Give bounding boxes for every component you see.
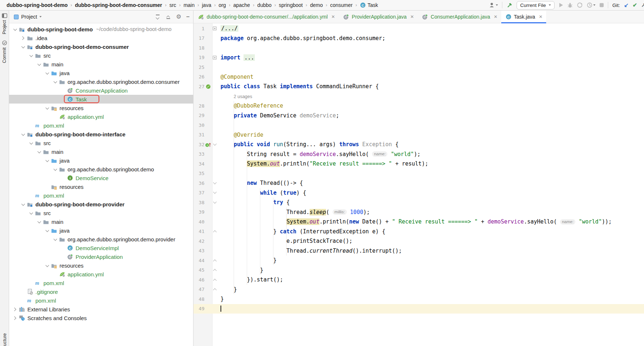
run-icon[interactable] xyxy=(559,3,563,8)
chevron-down-icon[interactable] xyxy=(37,149,42,155)
tool-window-tab-commit[interactable]: Commit xyxy=(2,40,7,63)
chevron-down-icon[interactable] xyxy=(53,166,58,172)
chevron-down-icon[interactable] xyxy=(37,219,42,225)
breadcrumb-item-org[interactable]: org xyxy=(219,2,226,8)
fold-marker-up[interactable] xyxy=(212,278,218,282)
chevron-down-icon[interactable] xyxy=(45,105,50,111)
code-line-35[interactable]: 35 xyxy=(193,169,644,179)
editor-tab-consumerapplication-java[interactable]: CConsumerApplication.java✕ xyxy=(418,11,501,23)
breadcrumb-item-task[interactable]: CTask xyxy=(360,2,378,8)
code-line-49[interactable]: 49 xyxy=(193,304,644,314)
editor-tab-application-yml[interactable]: dubbo-spring-boot-demo-consumer/.../appl… xyxy=(193,11,339,23)
tree-item-main[interactable]: main xyxy=(9,60,193,69)
code-line-1[interactable]: 1/.../ xyxy=(193,24,644,34)
fold-marker-up[interactable] xyxy=(212,229,218,233)
chevron-down-icon[interactable] xyxy=(45,228,50,233)
code-line-32[interactable]: 32I public void run(String... args) thro… xyxy=(193,140,644,149)
fold-marker-down[interactable] xyxy=(212,202,218,203)
tree-item-dubbo-spring-boot-demo-provider[interactable]: dubbo-spring-boot-demo-provider xyxy=(9,200,193,209)
chevron-down-icon[interactable] xyxy=(20,131,26,137)
code-line-47[interactable]: 47 } xyxy=(193,285,644,295)
close-icon[interactable]: ✕ xyxy=(331,14,335,19)
chevron-down-icon[interactable] xyxy=(45,263,50,268)
chevron-down-icon[interactable] xyxy=(37,61,42,67)
code-line-30[interactable]: 30 xyxy=(193,120,644,130)
breadcrumb-item-consumer[interactable]: consumer xyxy=(330,2,352,8)
settings-gear-icon[interactable]: ⚙ xyxy=(176,14,181,20)
tree-item-pom-xml[interactable]: mpom.xml xyxy=(9,279,193,287)
chevron-down-icon[interactable] xyxy=(12,26,18,32)
tree-item-consumerapplication[interactable]: CConsumerApplication xyxy=(9,86,193,95)
fold-marker-up[interactable] xyxy=(212,287,218,291)
code-line-38[interactable]: 38 try { xyxy=(193,198,644,207)
code-line-40[interactable]: 40 System.out.println(new Date() + " Rec… xyxy=(193,217,644,227)
tree-item-java[interactable]: java xyxy=(9,156,193,165)
fold-marker-down[interactable] xyxy=(212,183,218,184)
code-line-46[interactable]: 46 }).start(); xyxy=(193,275,644,285)
breadcrumb-item-apache[interactable]: apache xyxy=(233,2,250,8)
tree-item-dubbo-spring-boot-demo-consumer[interactable]: dubbo-spring-boot-demo-consumer xyxy=(9,42,193,51)
structure-tool-tab[interactable]: ucture xyxy=(2,333,7,346)
breadcrumb-item-main[interactable]: main xyxy=(184,2,195,8)
chevron-down-icon[interactable] xyxy=(28,53,34,58)
chevron-down-icon[interactable] xyxy=(20,44,26,50)
run-with-coverage-icon[interactable] xyxy=(587,2,595,8)
git-update-icon[interactable]: ↙ xyxy=(624,2,629,8)
tree-item-task[interactable]: CTask xyxy=(9,95,193,104)
code-line-44[interactable]: 44 } xyxy=(193,256,644,265)
collapse-all-icon[interactable] xyxy=(165,14,171,20)
chevron-right-icon[interactable] xyxy=(12,315,18,321)
tree-item--gitignore[interactable]: .gitignore xyxy=(9,287,193,296)
tree-item-src[interactable]: src xyxy=(9,139,193,147)
bean-gutter-icon[interactable] xyxy=(204,84,212,89)
fold-marker-plus[interactable] xyxy=(212,56,218,59)
stop-icon[interactable] xyxy=(599,3,604,7)
chevron-down-icon[interactable] xyxy=(53,236,58,242)
tree-item-external-libraries[interactable]: External Libraries xyxy=(9,305,193,314)
close-icon[interactable]: ✕ xyxy=(410,14,414,19)
tree-item-resources[interactable]: resources xyxy=(9,104,193,112)
editor-tab-task-java[interactable]: CTask.java✕ xyxy=(501,11,546,23)
tree-item-src[interactable]: src xyxy=(9,51,193,60)
tree-item-resources[interactable]: resources xyxy=(9,261,193,270)
code-line-18[interactable]: 18 xyxy=(193,43,644,53)
tree-item-resources[interactable]: resources xyxy=(9,182,193,191)
git-push-icon[interactable]: ↗ xyxy=(641,2,644,8)
code-line-37[interactable]: 37 while (true) { xyxy=(193,188,644,198)
override-gutter-icon[interactable]: I xyxy=(204,142,212,147)
expand-all-icon[interactable] xyxy=(155,14,161,20)
close-icon[interactable]: ✕ xyxy=(494,14,497,19)
profiler-icon[interactable] xyxy=(577,2,583,8)
code-line-34[interactable]: 34 System.out.println("Receive result ==… xyxy=(193,159,644,169)
close-icon[interactable]: ✕ xyxy=(539,14,543,19)
tree-item-org-apache-dubbo-springboot-demo-provider[interactable]: org.apache.dubbo.springboot.demo.provide… xyxy=(9,235,193,244)
tree-item-java[interactable]: java xyxy=(9,69,193,77)
code-inlay-row[interactable]: 2 usages xyxy=(193,92,644,101)
tree-item-application-yml[interactable]: application.yml xyxy=(9,112,193,121)
tree-item-java[interactable]: java xyxy=(9,226,193,235)
code-line-45[interactable]: 45 } xyxy=(193,265,644,275)
breadcrumb-item-demo[interactable]: demo xyxy=(310,2,323,8)
code-line-28[interactable]: 28 @DubboReference xyxy=(193,101,644,111)
tree-item-scratches-and-consoles[interactable]: Scratches and Consoles xyxy=(9,314,193,322)
chevron-down-icon[interactable] xyxy=(45,158,50,163)
tree-item-pom-xml[interactable]: mpom.xml xyxy=(9,296,193,305)
fold-marker-up[interactable] xyxy=(212,268,218,272)
chevron-down-icon[interactable] xyxy=(28,210,34,216)
code-line-39[interactable]: 39 Thread.sleep( millis: 1000); xyxy=(193,207,644,217)
breadcrumb-item-dubbo-spring-boot-demo[interactable]: dubbo-spring-boot-demo xyxy=(7,2,68,8)
breadcrumb-item-springboot[interactable]: springboot xyxy=(279,2,303,8)
code-line-26[interactable]: 26@Component xyxy=(193,72,644,82)
code-line-48[interactable]: 48} xyxy=(193,294,644,304)
fold-marker-down[interactable] xyxy=(212,192,218,193)
breadcrumb-item-dubbo[interactable]: dubbo xyxy=(257,2,272,8)
chevron-down-icon[interactable] xyxy=(28,140,34,146)
fold-marker-plus[interactable] xyxy=(212,27,218,30)
tree-item-src[interactable]: src xyxy=(9,209,193,217)
tree-item-application-yml[interactable]: application.yml xyxy=(9,270,193,279)
debug-bug-icon[interactable] xyxy=(567,3,573,8)
tree-item-main[interactable]: main xyxy=(9,147,193,156)
breadcrumb-item-java[interactable]: java xyxy=(202,2,211,8)
tree-item-pom-xml[interactable]: mpom.xml xyxy=(9,121,193,130)
tree-item-main[interactable]: main xyxy=(9,217,193,226)
